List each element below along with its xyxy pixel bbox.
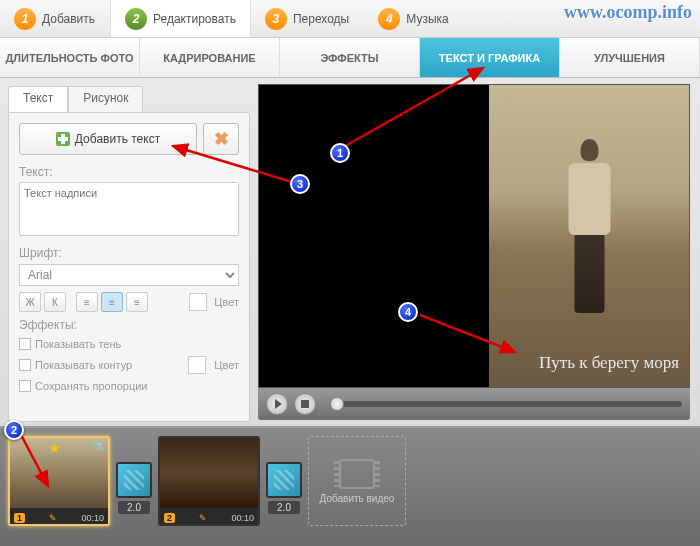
- preview-canvas[interactable]: Путь к берегу моря: [258, 84, 690, 388]
- timeline-clip-1[interactable]: ★⚗ 1✎00:10: [8, 436, 110, 526]
- outline-checkbox[interactable]: [19, 359, 31, 371]
- effects-label: Эффекты:: [19, 318, 239, 332]
- film-icon: [339, 459, 375, 489]
- seek-bar[interactable]: [330, 401, 682, 407]
- side-panel: Текст Рисунок Добавить текст ✖ Текст: Шр…: [0, 78, 258, 426]
- shadow-checkbox[interactable]: [19, 338, 31, 350]
- stop-icon: [301, 400, 309, 408]
- watermark: www.ocomp.info: [564, 2, 692, 23]
- marker-1: 1: [330, 143, 350, 163]
- caption-textarea[interactable]: [19, 182, 239, 236]
- step-edit[interactable]: 2Редактировать: [110, 0, 251, 37]
- playback-controls: [258, 388, 690, 420]
- step-music[interactable]: 4Музыка: [364, 0, 463, 37]
- color-label: Цвет: [214, 296, 239, 308]
- tab-crop[interactable]: КАДРИРОВАНИЕ: [140, 38, 280, 77]
- star-icon: ★: [48, 440, 61, 456]
- photo: [489, 85, 689, 387]
- italic-button[interactable]: К: [44, 292, 66, 312]
- panel-tab-text[interactable]: Текст: [8, 86, 68, 112]
- transition-1[interactable]: 2.0: [116, 462, 152, 498]
- tab-duration[interactable]: ДЛИТЕЛЬНОСТЬ ФОТО: [0, 38, 140, 77]
- marker-2: 2: [4, 420, 24, 440]
- flask-icon: ⚗: [93, 440, 104, 454]
- align-left-button[interactable]: ≡: [76, 292, 98, 312]
- delete-icon: ✖: [214, 128, 229, 150]
- pencil-icon: ✎: [49, 513, 57, 523]
- marker-3: 3: [290, 174, 310, 194]
- play-icon: [275, 399, 282, 409]
- transition-2[interactable]: 2.0: [266, 462, 302, 498]
- outline-color-chip[interactable]: [188, 356, 206, 374]
- align-center-button[interactable]: ≡: [101, 292, 123, 312]
- timeline-clip-2[interactable]: 2✎00:10: [158, 436, 260, 526]
- tab-text-graphics[interactable]: ТЕКСТ И ГРАФИКА: [420, 38, 560, 77]
- plus-icon: [56, 132, 70, 146]
- text-label: Текст:: [19, 165, 239, 179]
- keep-ratio-checkbox[interactable]: [19, 380, 31, 392]
- marker-4: 4: [398, 302, 418, 322]
- font-select[interactable]: Arial: [19, 264, 239, 286]
- timeline: ★⚗ 1✎00:10 2.0 2✎00:10 2.0 Добавить виде…: [0, 426, 700, 546]
- align-right-button[interactable]: ≡: [126, 292, 148, 312]
- font-label: Шрифт:: [19, 246, 239, 260]
- delete-text-button[interactable]: ✖: [203, 123, 239, 155]
- pencil-icon: ✎: [199, 513, 207, 523]
- bold-button[interactable]: Ж: [19, 292, 41, 312]
- tab-enhance[interactable]: УЛУЧШЕНИЯ: [560, 38, 700, 77]
- play-button[interactable]: [266, 393, 288, 415]
- stop-button[interactable]: [294, 393, 316, 415]
- seek-thumb[interactable]: [330, 397, 344, 411]
- panel-tab-image[interactable]: Рисунок: [68, 86, 143, 112]
- step-transitions[interactable]: 3Переходы: [251, 0, 364, 37]
- preview-caption[interactable]: Путь к берегу моря: [539, 353, 679, 373]
- add-text-button[interactable]: Добавить текст: [19, 123, 197, 155]
- tab-effects[interactable]: ЭФФЕКТЫ: [280, 38, 420, 77]
- text-color-chip[interactable]: [189, 293, 207, 311]
- step-add[interactable]: 1Добавить: [0, 0, 110, 37]
- add-video-button[interactable]: Добавить видео: [308, 436, 406, 526]
- edit-sub-tabs: ДЛИТЕЛЬНОСТЬ ФОТО КАДРИРОВАНИЕ ЭФФЕКТЫ Т…: [0, 38, 700, 78]
